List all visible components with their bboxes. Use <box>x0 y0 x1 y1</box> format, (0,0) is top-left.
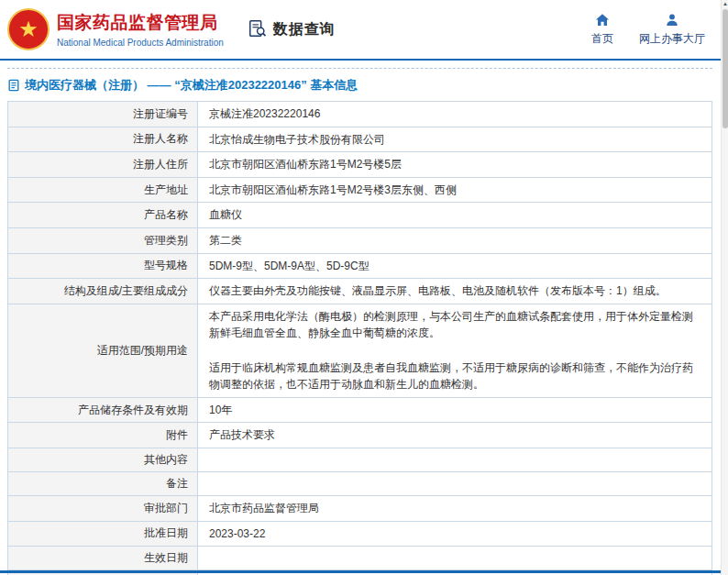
table-row: 适用范围/预期用途 本产品采用电化学法（酶电极）的检测原理，与本公司生产的血糖试… <box>8 304 712 397</box>
table-row: 审批部门 北京市药品监督管理局 <box>8 495 712 521</box>
row-label: 产品储存条件及有效期 <box>8 397 198 423</box>
row-label: 批准日期 <box>8 521 198 547</box>
row-label-text: 管理类别 <box>144 234 188 247</box>
brand-text: 国家药品监督管理局 National Medical Products Admi… <box>57 11 224 48</box>
row-value: 5DM-9型、5DM-9A型、5D-9C型 <box>198 253 712 279</box>
vertical-scrollbar[interactable]: ▲ <box>721 0 728 575</box>
row-label: 生产地址 <box>8 177 198 203</box>
row-value <box>198 471 712 495</box>
row-value: 北京怡成生物电子技术股份有限公司 <box>198 127 712 152</box>
table-row: 产品储存条件及有效期 10年 <box>8 397 712 423</box>
row-label-text: 产品储存条件及有效期 <box>78 404 188 416</box>
row-label: 适用范围/预期用途 <box>8 304 198 397</box>
brand: ★ 国家药品监督管理局 National Medical Products Ad… <box>7 8 224 50</box>
agency-name-cn: 国家药品监督管理局 <box>57 11 224 35</box>
row-label: 结构及组成/主要组成成分 <box>8 279 198 304</box>
row-label: 审批部门 <box>8 495 198 521</box>
row-label: 其他内容 <box>8 448 198 471</box>
table-row: 管理类别 第二类 <box>8 227 712 253</box>
row-value: 血糖仪 <box>198 203 712 228</box>
star-icon: ★ <box>18 18 39 40</box>
table-row: 生效日期 <box>8 547 712 570</box>
row-value: 北京市朝阳区酒仙桥东路1号M2号楼5层 <box>198 152 712 178</box>
row-value: 10年 <box>198 397 712 423</box>
row-value: 产品技术要求 <box>198 423 712 448</box>
row-value: 本产品采用电化学法（酶电极）的检测原理，与本公司生产的血糖试条配套使用，用于体外… <box>198 304 712 397</box>
scrollbar-thumb[interactable] <box>722 9 728 128</box>
page-title: 境内医疗器械（注册） —— “京械注准20232220146” 基本信息 <box>25 77 358 94</box>
table-row: 结构及组成/主要组成成分 仪器主要由外壳及功能按键、液晶显示屏、电路板、电池及随… <box>8 279 712 304</box>
row-label: 管理类别 <box>8 227 198 253</box>
row-label-text: 注册证编号 <box>133 107 188 120</box>
nav-home-label: 首页 <box>591 31 613 47</box>
data-query-section: 数据查询 <box>248 19 336 39</box>
row-label: 注册人住所 <box>8 152 198 178</box>
nav-home[interactable]: 首页 <box>591 13 613 47</box>
national-emblem-logo: ★ <box>7 8 50 50</box>
table-row: 其他内容 <box>8 448 712 471</box>
table-row: 注册证编号 京械注准20232220146 <box>8 102 712 127</box>
table-row: 批准日期 2023-03-22 <box>8 521 712 547</box>
row-label: 备注 <box>8 471 198 495</box>
row-label: 型号规格 <box>8 253 198 279</box>
site-header: ★ 国家药品监督管理局 National Medical Products Ad… <box>0 0 728 59</box>
table-row: 产品名称 血糖仪 <box>8 203 712 228</box>
row-label-text: 注册人名称 <box>133 132 188 145</box>
row-label-text: 适用范围/预期用途 <box>97 344 188 357</box>
row-value: 北京市药品监督管理局 <box>198 495 712 521</box>
row-label-text: 生产地址 <box>144 183 188 196</box>
data-query-label: 数据查询 <box>273 20 336 39</box>
header-nav: 首页 网上办事大厅 <box>591 13 705 47</box>
row-label-text: 注册人住所 <box>133 158 188 171</box>
row-label: 产品名称 <box>8 203 198 228</box>
row-label: 注册证编号 <box>8 102 198 127</box>
row-label: 注册人名称 <box>8 127 198 152</box>
table-row: 型号规格 5DM-9型、5DM-9A型、5D-9C型 <box>8 253 712 279</box>
row-label-text: 型号规格 <box>144 259 188 271</box>
agency-name-en: National Medical Products Administration <box>57 38 224 48</box>
info-table: 注册证编号 京械注准20232220146 注册人名称 北京怡成生物电子技术股份… <box>7 101 712 575</box>
nav-service-hall-label: 网上办事大厅 <box>639 31 705 47</box>
nav-service-hall[interactable]: 网上办事大厅 <box>639 13 705 47</box>
row-label-text: 备注 <box>166 477 188 490</box>
row-value <box>198 448 712 471</box>
page-title-row: 境内医疗器械（注册） —— “京械注准20232220146” 基本信息 <box>7 69 712 101</box>
row-label-text: 产品名称 <box>144 208 188 221</box>
row-label: 生效日期 <box>8 547 198 570</box>
row-label: 附件 <box>8 423 198 448</box>
row-label-text: 批准日期 <box>144 526 188 539</box>
row-label-text: 结构及组成/主要组成成分 <box>64 284 188 297</box>
person-icon <box>665 13 679 28</box>
data-query-icon <box>248 19 268 39</box>
table-row: 附件 产品技术要求 <box>8 423 712 448</box>
row-label-text: 审批部门 <box>144 502 188 514</box>
table-row: 注册人名称 北京怡成生物电子技术股份有限公司 <box>8 127 712 152</box>
info-table-body: 注册证编号 京械注准20232220146 注册人名称 北京怡成生物电子技术股份… <box>8 102 712 575</box>
document-icon <box>7 79 20 92</box>
table-row: 生产地址 北京市朝阳区酒仙桥东路1号M2号楼3层东侧、西侧 <box>8 177 712 203</box>
row-value: 北京市朝阳区酒仙桥东路1号M2号楼3层东侧、西侧 <box>198 177 712 203</box>
row-label-text: 附件 <box>166 428 188 441</box>
row-value: 第二类 <box>198 227 712 253</box>
scrollbar-up-arrow-icon[interactable]: ▲ <box>722 0 728 7</box>
footer-divider <box>0 570 721 573</box>
row-value: 仪器主要由外壳及功能按键、液晶显示屏、电路板、电池及随机软件（发布版本号：1）组… <box>198 279 712 304</box>
table-row: 注册人住所 北京市朝阳区酒仙桥东路1号M2号楼5层 <box>8 152 712 178</box>
row-value: 京械注准20232220146 <box>198 102 712 127</box>
row-label-text: 其他内容 <box>144 453 188 466</box>
main-content: 境内医疗器械（注册） —— “京械注准20232220146” 基本信息 注册证… <box>0 61 728 575</box>
table-row: 备注 <box>8 471 712 495</box>
row-value: 2023-03-22 <box>198 521 712 547</box>
row-value <box>198 547 712 570</box>
home-icon <box>595 13 610 28</box>
row-label-text: 生效日期 <box>144 551 188 564</box>
